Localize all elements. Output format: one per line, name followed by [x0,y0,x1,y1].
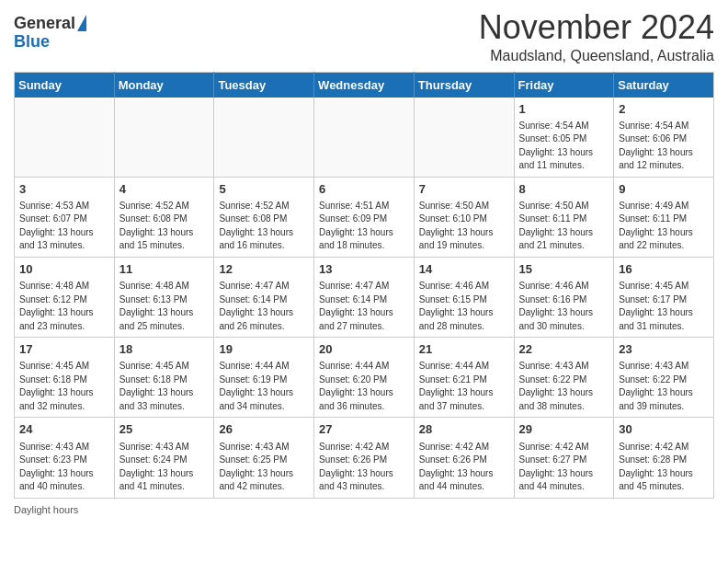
day-number: 3 [19,181,109,198]
day-number: 22 [519,341,609,358]
col-header-friday: Friday [514,72,614,98]
day-detail: Sunrise: 4:45 AM Sunset: 6:18 PM Dayligh… [119,360,210,413]
day-detail: Sunrise: 4:47 AM Sunset: 6:14 PM Dayligh… [319,280,409,333]
calendar-cell: 15Sunrise: 4:46 AM Sunset: 6:16 PM Dayli… [514,257,614,337]
day-detail: Sunrise: 4:50 AM Sunset: 6:10 PM Dayligh… [419,200,509,253]
logo-general: General [14,15,75,33]
calendar-cell: 30Sunrise: 4:42 AM Sunset: 6:28 PM Dayli… [614,418,714,498]
day-detail: Sunrise: 4:42 AM Sunset: 6:26 PM Dayligh… [319,441,409,494]
day-detail: Sunrise: 4:43 AM Sunset: 6:25 PM Dayligh… [219,441,309,494]
calendar-cell [214,98,314,178]
calendar-cell: 3Sunrise: 4:53 AM Sunset: 6:07 PM Daylig… [15,177,115,257]
day-detail: Sunrise: 4:54 AM Sunset: 6:05 PM Dayligh… [519,120,609,173]
col-header-monday: Monday [114,72,214,98]
day-number: 8 [519,181,609,198]
calendar-header-row: SundayMondayTuesdayWednesdayThursdayFrid… [15,72,714,98]
calendar-cell: 9Sunrise: 4:49 AM Sunset: 6:11 PM Daylig… [614,177,714,257]
day-detail: Sunrise: 4:50 AM Sunset: 6:11 PM Dayligh… [519,200,609,253]
calendar-cell: 17Sunrise: 4:45 AM Sunset: 6:18 PM Dayli… [15,338,115,418]
footer-note: Daylight hours [14,504,714,515]
calendar-cell: 21Sunrise: 4:44 AM Sunset: 6:21 PM Dayli… [414,338,514,418]
day-number: 14 [419,261,509,278]
calendar-week-0: 1Sunrise: 4:54 AM Sunset: 6:05 PM Daylig… [15,98,714,178]
calendar-cell: 28Sunrise: 4:42 AM Sunset: 6:26 PM Dayli… [414,418,514,498]
day-number: 11 [119,261,210,278]
calendar-cell: 6Sunrise: 4:51 AM Sunset: 6:09 PM Daylig… [314,177,415,257]
col-header-sunday: Sunday [15,72,115,98]
calendar-cell: 14Sunrise: 4:46 AM Sunset: 6:15 PM Dayli… [414,257,514,337]
day-detail: Sunrise: 4:44 AM Sunset: 6:21 PM Dayligh… [419,360,509,413]
day-detail: Sunrise: 4:49 AM Sunset: 6:11 PM Dayligh… [619,200,709,253]
day-number: 20 [319,341,409,358]
logo-blue: Blue [14,33,50,52]
calendar-cell: 29Sunrise: 4:42 AM Sunset: 6:27 PM Dayli… [514,418,614,498]
day-number: 21 [419,341,509,358]
day-detail: Sunrise: 4:52 AM Sunset: 6:08 PM Dayligh… [119,200,210,253]
calendar-cell [414,98,514,178]
day-number: 2 [619,101,709,118]
day-number: 25 [119,421,210,438]
day-number: 5 [219,181,309,198]
calendar-week-3: 17Sunrise: 4:45 AM Sunset: 6:18 PM Dayli… [15,338,714,418]
calendar-cell: 23Sunrise: 4:43 AM Sunset: 6:22 PM Dayli… [614,338,714,418]
day-number: 24 [19,421,109,438]
day-detail: Sunrise: 4:52 AM Sunset: 6:08 PM Dayligh… [219,200,309,253]
calendar-cell: 24Sunrise: 4:43 AM Sunset: 6:23 PM Dayli… [15,418,115,498]
day-number: 28 [419,421,509,438]
day-detail: Sunrise: 4:53 AM Sunset: 6:07 PM Dayligh… [19,200,109,253]
day-number: 26 [219,421,309,438]
day-number: 27 [319,421,409,438]
day-detail: Sunrise: 4:45 AM Sunset: 6:17 PM Dayligh… [619,280,709,333]
day-detail: Sunrise: 4:44 AM Sunset: 6:20 PM Dayligh… [319,360,409,413]
day-detail: Sunrise: 4:48 AM Sunset: 6:13 PM Dayligh… [119,280,210,333]
day-detail: Sunrise: 4:42 AM Sunset: 6:26 PM Dayligh… [419,441,509,494]
calendar-cell: 27Sunrise: 4:42 AM Sunset: 6:26 PM Dayli… [314,418,415,498]
day-detail: Sunrise: 4:54 AM Sunset: 6:06 PM Dayligh… [619,120,709,173]
day-number: 10 [19,261,109,278]
calendar-cell: 18Sunrise: 4:45 AM Sunset: 6:18 PM Dayli… [114,338,214,418]
subtitle: Maudsland, Queensland, Australia [479,48,714,64]
title-block: November 2024 Maudsland, Queensland, Aus… [479,9,714,64]
calendar-week-1: 3Sunrise: 4:53 AM Sunset: 6:07 PM Daylig… [15,177,714,257]
day-detail: Sunrise: 4:42 AM Sunset: 6:27 PM Dayligh… [519,441,609,494]
main-title: November 2024 [479,9,714,46]
day-detail: Sunrise: 4:43 AM Sunset: 6:22 PM Dayligh… [519,360,609,413]
col-header-tuesday: Tuesday [214,72,314,98]
logo: General Blue [14,15,86,52]
calendar-cell: 1Sunrise: 4:54 AM Sunset: 6:05 PM Daylig… [514,98,614,178]
day-detail: Sunrise: 4:44 AM Sunset: 6:19 PM Dayligh… [219,360,309,413]
day-number: 17 [19,341,109,358]
col-header-thursday: Thursday [414,72,514,98]
calendar-cell: 4Sunrise: 4:52 AM Sunset: 6:08 PM Daylig… [114,177,214,257]
day-detail: Sunrise: 4:46 AM Sunset: 6:15 PM Dayligh… [419,280,509,333]
col-header-wednesday: Wednesday [314,72,415,98]
day-detail: Sunrise: 4:47 AM Sunset: 6:14 PM Dayligh… [219,280,309,333]
day-detail: Sunrise: 4:48 AM Sunset: 6:12 PM Dayligh… [19,280,109,333]
calendar-cell [15,98,115,178]
day-number: 15 [519,261,609,278]
calendar-cell: 20Sunrise: 4:44 AM Sunset: 6:20 PM Dayli… [314,338,415,418]
day-number: 4 [119,181,210,198]
calendar-cell [114,98,214,178]
day-detail: Sunrise: 4:51 AM Sunset: 6:09 PM Dayligh… [319,200,409,253]
day-number: 7 [419,181,509,198]
day-number: 9 [619,181,709,198]
col-header-saturday: Saturday [614,72,714,98]
logo-triangle-icon [77,15,86,31]
day-number: 12 [219,261,309,278]
day-number: 16 [619,261,709,278]
day-detail: Sunrise: 4:43 AM Sunset: 6:22 PM Dayligh… [619,360,709,413]
calendar-cell: 19Sunrise: 4:44 AM Sunset: 6:19 PM Dayli… [214,338,314,418]
calendar-cell: 16Sunrise: 4:45 AM Sunset: 6:17 PM Dayli… [614,257,714,337]
calendar-cell: 5Sunrise: 4:52 AM Sunset: 6:08 PM Daylig… [214,177,314,257]
calendar-week-2: 10Sunrise: 4:48 AM Sunset: 6:12 PM Dayli… [15,257,714,337]
calendar-cell: 12Sunrise: 4:47 AM Sunset: 6:14 PM Dayli… [214,257,314,337]
calendar-table: SundayMondayTuesdayWednesdayThursdayFrid… [14,72,714,499]
calendar-cell: 25Sunrise: 4:43 AM Sunset: 6:24 PM Dayli… [114,418,214,498]
day-number: 1 [519,101,609,118]
day-detail: Sunrise: 4:46 AM Sunset: 6:16 PM Dayligh… [519,280,609,333]
calendar-cell: 22Sunrise: 4:43 AM Sunset: 6:22 PM Dayli… [514,338,614,418]
day-detail: Sunrise: 4:43 AM Sunset: 6:23 PM Dayligh… [19,441,109,494]
day-detail: Sunrise: 4:42 AM Sunset: 6:28 PM Dayligh… [619,441,709,494]
calendar-cell: 8Sunrise: 4:50 AM Sunset: 6:11 PM Daylig… [514,177,614,257]
